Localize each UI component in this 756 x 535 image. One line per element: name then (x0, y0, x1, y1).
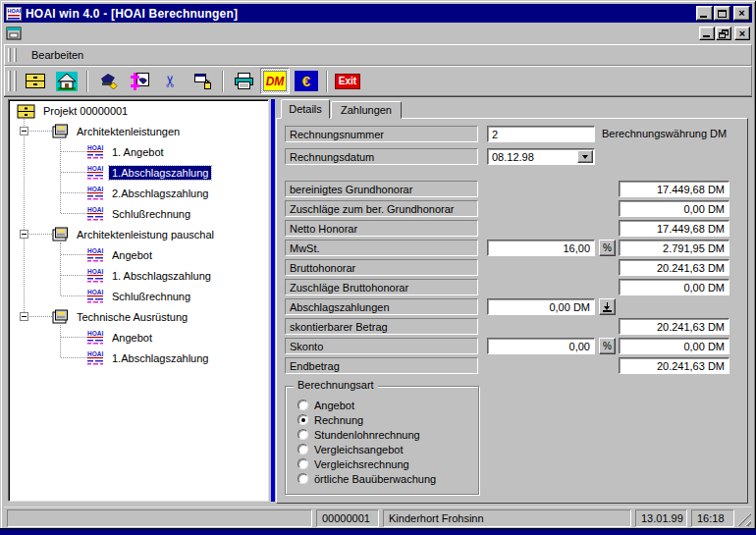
menu-item-bearbeiten[interactable]: Bearbeiten (26, 47, 89, 63)
radio-stundenlohnrechnung[interactable]: Stundenlohnrechnung (297, 428, 420, 441)
rechnungsnummer-input[interactable] (487, 126, 595, 142)
radio-vergleichsrechnung[interactable]: Vergleichsrechnung (297, 457, 409, 470)
hoai-document-icon: HOAI (87, 330, 104, 346)
mwst-percent-input[interactable] (487, 240, 595, 256)
application-window: HOAI HOAI win 4.0 - [HOAI Berechnungen] … (0, 0, 756, 535)
radio-selected-icon (297, 414, 308, 425)
tree-item-leaf-selected[interactable]: HOAI 1.Abschlagszahlung (87, 164, 211, 181)
mdi-child-icon[interactable] (6, 27, 24, 40)
mdi-minimize-icon (703, 35, 710, 37)
hoai-document-icon: HOAI (87, 350, 104, 366)
toolbar: ✂ DM € Exit (4, 66, 752, 96)
printer-icon (233, 72, 255, 90)
svg-text:HOAI: HOAI (87, 144, 103, 151)
status-date: 13.01.99 (635, 509, 687, 527)
tree-expander[interactable] (20, 230, 28, 239)
abschlagszahlungen-insert-button[interactable] (599, 298, 616, 315)
field-label-rechnungsdatum: Rechnungsdatum (285, 148, 478, 165)
close-button[interactable]: × (733, 6, 750, 21)
maximize-button[interactable] (714, 6, 730, 21)
minimize-button[interactable] (696, 6, 713, 21)
main-area: Projekt 00000001 Architektenleistungen H… (4, 96, 752, 505)
svg-text:HOAI: HOAI (87, 247, 103, 254)
cut-button[interactable]: ✂ (156, 68, 186, 94)
tree-item-leaf[interactable]: HOAI 1.Abschlagszahlung (87, 349, 211, 366)
radio-icon (297, 444, 308, 455)
rechnungsdatum-value: 08.12.98 (488, 151, 577, 163)
tree-item-group[interactable]: Technische Ausrüstung (52, 308, 190, 325)
svg-text:HOAI: HOAI (87, 165, 103, 172)
radio-icon (297, 458, 308, 469)
field-label-grundhonorar: bereinigtes Grundhonorar (285, 181, 478, 197)
tree-item-group[interactable]: Architektenleistungen (52, 123, 183, 139)
status-time: 16:18 (691, 509, 734, 527)
ledger-icon (52, 309, 69, 324)
dropdown-button[interactable] (577, 150, 593, 163)
new-document-icon (130, 72, 150, 90)
mdi-close-icon: × (739, 28, 745, 39)
resize-grip[interactable] (737, 512, 751, 526)
print-button[interactable] (229, 68, 258, 94)
field-label-endbetrag: Endbetrag (285, 357, 478, 374)
field-label-bruttohonorar: Bruttohonorar (285, 259, 478, 276)
tree-line (61, 172, 87, 173)
tree-expander[interactable] (20, 127, 28, 135)
exit-button[interactable]: Exit (333, 68, 362, 94)
toolbar-grip2[interactable] (14, 71, 17, 90)
mdi-minimize-button[interactable] (699, 27, 715, 40)
scissors-icon: ✂ (162, 75, 181, 87)
minimize-icon (700, 16, 707, 18)
currency-dm-button[interactable]: DM (260, 68, 290, 94)
tree-item-leaf[interactable]: HOAI 2.Abschlagszahlung (87, 185, 211, 201)
menu-grip2[interactable] (14, 48, 17, 62)
mwst-percent-button[interactable]: % (599, 240, 616, 256)
tab-details[interactable]: Details (281, 99, 330, 119)
new-invoice-button[interactable] (125, 68, 154, 94)
tree-item-leaf[interactable]: HOAI Angebot (87, 329, 155, 346)
stamp-button[interactable] (93, 68, 123, 94)
radio-vergleichsangebot[interactable]: Vergleichsangebot (297, 443, 404, 455)
abschlagszahlungen-input[interactable] (487, 298, 595, 315)
toolbar-separator (86, 71, 88, 92)
title-bar[interactable]: HOAI HOAI win 4.0 - [HOAI Berechnungen] … (4, 4, 752, 23)
exit-icon: Exit (335, 74, 360, 89)
field-label-zuschlaege-grundhonorar: Zuschläge zum ber. Grundhonorar (285, 200, 478, 217)
close-icon: × (738, 8, 744, 19)
tree-item-leaf[interactable]: HOAI 1. Angebot (87, 143, 167, 160)
tree-line (60, 325, 61, 357)
paste-button[interactable] (188, 68, 217, 94)
home-icon (56, 72, 78, 91)
tab-zahlungen[interactable]: Zahlungen (331, 101, 402, 119)
toolbar-grip[interactable] (8, 71, 11, 90)
tree-item-leaf[interactable]: HOAI Schlußrechnung (87, 205, 193, 222)
field-label-skontierbarer-betrag: skontierbarer Betrag (285, 318, 478, 335)
paste-icon (192, 72, 213, 90)
radio-angebot[interactable]: Angebot (297, 399, 354, 411)
rechnungsdatum-dropdown[interactable]: 08.12.98 (487, 148, 595, 165)
svg-text:HOAI: HOAI (87, 350, 103, 357)
field-label-skonto: Skonto (285, 338, 478, 354)
radio-oertliche-bauueberwachung[interactable]: örtliche Bauüberwachung (297, 472, 436, 485)
currency-euro-button[interactable]: € (292, 68, 321, 94)
tree-item-leaf[interactable]: HOAI Schlußrechnung (87, 288, 193, 304)
tree-item-leaf[interactable]: HOAI 1. Abschlagszahlung (87, 267, 214, 284)
mwst-value: 2.791,95 DM (619, 240, 729, 256)
menu-grip[interactable] (8, 48, 11, 62)
bottom-edge (0, 528, 756, 535)
skonto-percent-button[interactable]: % (599, 338, 616, 354)
projects-button[interactable] (21, 68, 50, 94)
home-button[interactable] (52, 68, 81, 94)
toolbar-separator (222, 71, 224, 92)
mdi-close-button[interactable]: × (734, 27, 750, 40)
tree-item-project[interactable]: Projekt 00000001 (17, 102, 131, 119)
mdi-restore-button[interactable] (716, 27, 731, 40)
tree-item-leaf[interactable]: HOAI Angebot (87, 246, 155, 263)
tree-item-group[interactable]: Architektenleistung pauschal (52, 226, 217, 242)
tree-line (61, 151, 87, 152)
skonto-percent-input[interactable] (487, 338, 595, 354)
tree-line (24, 119, 25, 316)
panel-splitter[interactable] (271, 99, 275, 502)
radio-rechnung[interactable]: Rechnung (297, 413, 363, 426)
skonto-value: 0,00 DM (619, 338, 729, 354)
tree-expander[interactable] (20, 312, 28, 321)
